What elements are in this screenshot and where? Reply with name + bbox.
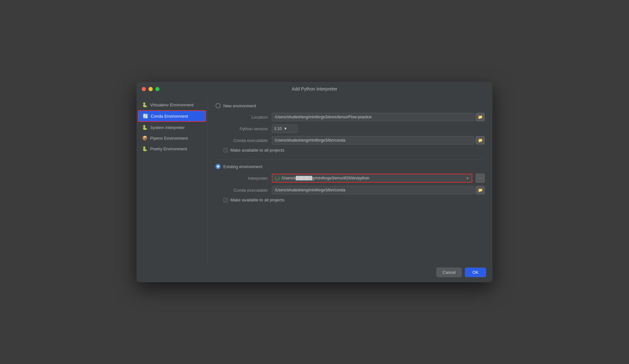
sidebar-label-virtualenv: Virtualenv Environment	[150, 102, 193, 107]
make-available-label-new: Make available to all projects	[230, 148, 284, 153]
pipenv-icon: 📦	[142, 135, 148, 141]
poetry-icon: 🐍	[142, 146, 148, 152]
conda-exec-row-existing: Conda executable: 📁	[215, 186, 485, 194]
title-bar: Add Python Interpreter	[137, 82, 492, 95]
sidebar-label-pipenv: Pipenv Environment	[150, 136, 188, 141]
virtualenv-icon: 🐍	[142, 102, 148, 108]
location-row: Location: 📁	[215, 113, 485, 121]
python-version-select[interactable]: 3.10 ▼	[272, 124, 298, 133]
close-button[interactable]	[142, 87, 146, 91]
add-python-interpreter-dialog: Add Python Interpreter 🐍 Virtualenv Envi…	[137, 82, 492, 282]
location-input[interactable]	[272, 113, 474, 121]
new-env-radio-row: New environment	[215, 103, 485, 108]
dots-icon: ···	[479, 176, 481, 180]
python-version-label: Python version:	[223, 126, 269, 131]
new-env-radio[interactable]	[215, 103, 221, 108]
python-version-row: Python version: 3.10 ▼	[215, 124, 485, 133]
location-browse-button[interactable]: 📁	[476, 113, 485, 121]
conda-exec-input-group-new: 📁	[272, 136, 485, 145]
make-available-row-existing: Make available to all projects	[215, 198, 485, 202]
existing-environment-section: Existing environment Interpreter: /Users…	[215, 164, 485, 202]
conda-exec-browse-button-new[interactable]: 📁	[476, 136, 485, 145]
make-available-label-existing: Make available to all projects	[230, 198, 284, 202]
conda-exec-label-new: Conda executable:	[223, 138, 269, 143]
conda-exec-label-existing: Conda executable:	[223, 188, 269, 193]
interpreter-dropdown[interactable]: /Users/s██████g/miniforge3/envs/tf26/bin…	[272, 174, 472, 183]
conda-spinner-icon	[275, 176, 280, 180]
location-input-group: 📁	[272, 113, 485, 121]
conda-icon: 🔄	[142, 113, 148, 119]
interpreter-dropdown-arrow: ▼	[466, 177, 469, 180]
sidebar: 🐍 Virtualenv Environment 🔄 Conda Environ…	[137, 98, 208, 262]
folder-icon-2: 📁	[478, 138, 483, 143]
sidebar-item-pipenv[interactable]: 📦 Pipenv Environment	[138, 133, 206, 143]
main-content: New environment Location: 📁 Python versi…	[208, 98, 492, 262]
make-available-checkbox-new[interactable]	[223, 148, 228, 153]
python-version-value: 3.10	[274, 126, 281, 131]
make-available-row-new: Make available to all projects	[215, 148, 485, 153]
system-icon: 🐍	[142, 124, 148, 130]
folder-icon: 📁	[478, 115, 483, 119]
folder-icon-3: 📁	[478, 188, 483, 192]
conda-exec-input-new[interactable]	[272, 136, 474, 145]
interpreter-row: Interpreter: /Users/s██████g/miniforge3/…	[215, 174, 485, 183]
interpreter-dropdown-content: /Users/s██████g/miniforge3/envs/tf26/bin…	[275, 176, 466, 180]
dialog-footer: Cancel OK	[137, 262, 492, 282]
cancel-button[interactable]: Cancel	[436, 268, 462, 277]
minimize-button[interactable]	[149, 87, 153, 91]
ok-button[interactable]: OK	[465, 268, 486, 277]
sidebar-item-conda[interactable]: 🔄 Conda Environment	[138, 110, 206, 122]
sidebar-item-virtualenv[interactable]: 🐍 Virtualenv Environment	[138, 100, 206, 110]
conda-exec-browse-button-existing[interactable]: 📁	[476, 186, 485, 194]
conda-exec-input-existing[interactable]	[272, 186, 474, 194]
dialog-body: 🐍 Virtualenv Environment 🔄 Conda Environ…	[137, 95, 492, 262]
sidebar-item-system[interactable]: 🐍 System Interpreter	[138, 122, 206, 133]
existing-env-radio-row: Existing environment	[215, 164, 485, 169]
interpreter-more-button[interactable]: ···	[476, 174, 485, 183]
make-available-checkbox-existing[interactable]	[223, 198, 228, 202]
existing-env-radio[interactable]	[215, 164, 221, 169]
existing-env-label: Existing environment	[223, 164, 262, 169]
location-label: Location:	[223, 115, 269, 120]
conda-exec-input-group-existing: 📁	[272, 186, 485, 194]
interpreter-path: /Users/s██████g/miniforge3/envs/tf26/bin…	[281, 176, 466, 180]
version-dropdown-arrow: ▼	[283, 126, 287, 131]
interpreter-label: Interpreter:	[223, 176, 269, 181]
conda-exec-row-new: Conda executable: 📁	[215, 136, 485, 145]
new-env-label: New environment	[223, 103, 256, 108]
window-controls	[142, 87, 160, 91]
sidebar-label-poetry: Poetry Environment	[150, 146, 187, 151]
new-environment-section: New environment Location: 📁 Python versi…	[215, 103, 485, 153]
section-divider	[215, 159, 485, 159]
sidebar-item-poetry[interactable]: 🐍 Poetry Environment	[138, 144, 206, 154]
maximize-button[interactable]	[155, 87, 160, 91]
sidebar-label-conda: Conda Environment	[151, 114, 188, 119]
dialog-title: Add Python Interpreter	[292, 86, 337, 91]
sidebar-label-system: System Interpreter	[150, 125, 185, 130]
